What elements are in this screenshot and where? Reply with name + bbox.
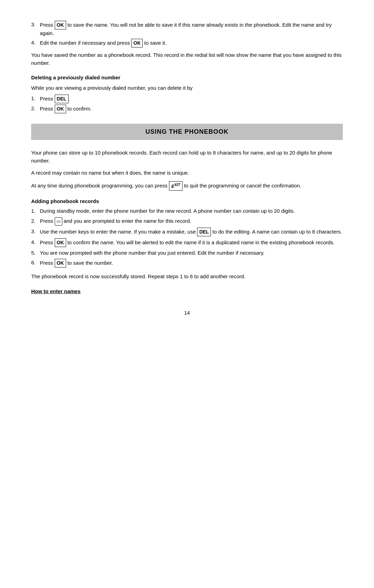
exit-text: At any time during phonebook programming… [31, 181, 343, 191]
list-item-text: Press ▭ and you are prompted to enter th… [40, 217, 191, 226]
list-item: 1. During standby mode, enter the phone … [31, 207, 343, 215]
list-item: 2. Press ▭ and you are prompted to enter… [31, 217, 343, 226]
list-num: 3. [31, 21, 40, 37]
list-num: 5. [31, 249, 40, 257]
page-content: 3. Press OK to save the name. You will n… [31, 21, 343, 317]
list-num: 6. [31, 259, 40, 267]
list-item-text: Press OK to save the name. You will not … [40, 21, 343, 37]
how-to-enter-title: How to enter names [31, 288, 343, 296]
phonebook-section-header: USING THE PHONEBOOK [31, 124, 343, 140]
list-item: 1. Press DEL. [31, 95, 343, 103]
del-key: DEL [197, 228, 211, 236]
intro-list: 3. Press OK to save the name. You will n… [31, 21, 343, 47]
list-item: 2. Press OK to confirm. [31, 105, 343, 113]
exit-para: At any time during phonebook programming… [31, 181, 343, 191]
list-item-text: Press OK to save the number. [40, 259, 113, 267]
ok-key: OK [55, 238, 66, 247]
deleting-section: Deleting a previously dialed number Whil… [31, 74, 343, 113]
intro-para: You have saved the number as a phonebook… [31, 51, 343, 67]
list-num: 2. [31, 217, 40, 226]
how-to-enter-section: How to enter names [31, 288, 343, 296]
intro-section: 3. Press OK to save the name. You will n… [31, 21, 343, 67]
adding-section: Adding phonebook records 1. During stand… [31, 198, 343, 267]
list-item-text: Press OK to confirm the name. You will b… [40, 238, 335, 247]
ok-key: OK [55, 259, 66, 267]
page-number-text: 14 [184, 310, 190, 316]
phonebook-intro: Your phone can store up to 10 phonebook … [31, 149, 343, 177]
list-num: 3. [31, 228, 40, 236]
exit-key: EXIT [169, 181, 183, 191]
page-number: 14 [31, 309, 343, 317]
list-item-text: You are now prompted with the phone numb… [40, 249, 265, 257]
list-item: 3. Press OK to save the name. You will n… [31, 21, 343, 37]
phonebook-para1: Your phone can store up to 10 phonebook … [31, 149, 343, 165]
list-item-text: Press DEL. [40, 95, 70, 103]
list-item-text: Press OK to confirm. [40, 105, 92, 113]
phonebook-key: ▭ [55, 217, 62, 226]
list-num: 4. [31, 238, 40, 247]
list-num: 4. [31, 39, 40, 47]
phonebook-para2: A record may contain no name but when it… [31, 169, 343, 177]
list-num: 1. [31, 207, 40, 215]
deleting-list: 1. Press DEL. 2. Press OK to confirm. [31, 95, 343, 113]
ok-key: OK [131, 39, 143, 47]
list-item-text: During standby mode, enter the phone num… [40, 207, 295, 215]
ok-key: OK [55, 105, 66, 113]
list-item: 5. You are now prompted with the phone n… [31, 249, 343, 257]
ok-key: OK [55, 21, 66, 29]
list-item-text: Edit the number if necessary and press O… [40, 39, 167, 47]
adding-summary: The phonebook record is now successfully… [31, 272, 343, 280]
list-num: 1. [31, 95, 40, 103]
del-key: DEL [55, 95, 69, 103]
list-item: 4. Press OK to confirm the name. You wil… [31, 238, 343, 247]
adding-list: 1. During standby mode, enter the phone … [31, 207, 343, 267]
phonebook-header-text: USING THE PHONEBOOK [145, 128, 229, 135]
adding-title: Adding phonebook records [31, 198, 343, 205]
list-item: 4. Edit the number if necessary and pres… [31, 39, 343, 47]
list-item: 3. Use the number keys to enter the name… [31, 228, 343, 236]
deleting-intro: While you are viewing a previously diale… [31, 84, 343, 92]
list-item: 6. Press OK to save the number. [31, 259, 343, 267]
deleting-title: Deleting a previously dialed number [31, 74, 343, 82]
list-num: 2. [31, 105, 40, 113]
list-item-text: Use the number keys to enter the name. I… [40, 228, 342, 236]
